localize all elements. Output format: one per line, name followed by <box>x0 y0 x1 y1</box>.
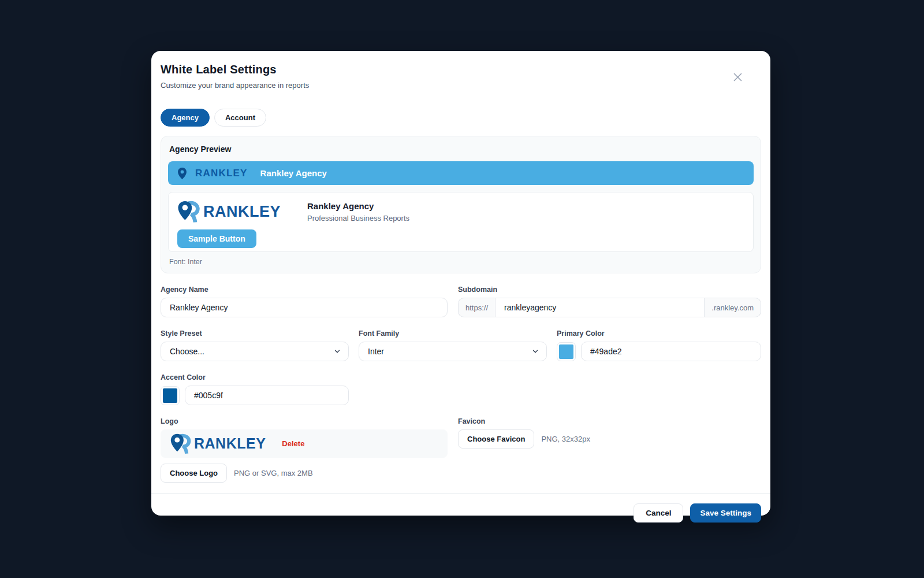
close-icon[interactable] <box>731 71 744 83</box>
favicon-field: Favicon Choose Favicon PNG, 32x32px <box>458 417 761 483</box>
preview-header-bar: RANKLEY Rankley Agency <box>168 161 754 185</box>
accent-color-field: Accent Color <box>161 373 349 405</box>
tab-agency[interactable]: Agency <box>161 109 210 127</box>
sample-button[interactable]: Sample Button <box>177 229 256 248</box>
cancel-button[interactable]: Cancel <box>634 503 683 523</box>
primary-color-input[interactable] <box>581 342 761 361</box>
rankley-pin-icon <box>170 433 192 454</box>
style-preset-field: Style Preset Choose... <box>161 329 349 361</box>
subdomain-input[interactable] <box>495 298 705 317</box>
logo-hint: PNG or SVG, max 2MB <box>234 469 313 477</box>
font-family-select[interactable]: Inter <box>359 342 547 361</box>
agency-name-field: Agency Name <box>161 286 448 317</box>
map-pin-icon <box>177 167 187 180</box>
accent-color-swatch[interactable] <box>161 386 180 405</box>
accent-color-input[interactable] <box>185 386 349 405</box>
preview-bar-agency-name: Rankley Agency <box>260 168 327 178</box>
rankley-wordmark: RANKLEY <box>194 435 266 452</box>
modal-content: Agency Preview RANKLEY Rankley Agency <box>151 127 770 483</box>
style-preset-select[interactable]: Choose... <box>161 342 349 361</box>
subdomain-prefix: https:// <box>458 298 495 317</box>
subdomain-suffix: .rankley.com <box>705 298 761 317</box>
style-preset-value: Choose... <box>170 347 204 356</box>
rankley-logo: RANKLEY <box>177 200 281 223</box>
preview-font-note: Font: Inter <box>168 258 754 266</box>
delete-logo-button[interactable]: Delete <box>282 439 304 448</box>
choose-logo-button[interactable]: Choose Logo <box>161 464 227 483</box>
rankley-wordmark: RANKLEY <box>203 203 281 221</box>
chevron-down-icon <box>531 347 539 355</box>
style-preset-label: Style Preset <box>161 329 349 338</box>
logo-field: Logo RANKLEY Delete Choose Logo <box>161 417 448 483</box>
favicon-label: Favicon <box>458 417 761 425</box>
preview-card-subtitle: Professional Business Reports <box>307 214 409 223</box>
modal-footer: Cancel Save Settings <box>151 493 770 532</box>
font-family-label: Font Family <box>359 329 547 338</box>
tab-account[interactable]: Account <box>214 109 266 127</box>
save-settings-button[interactable]: Save Settings <box>690 503 761 523</box>
rankley-logo: RANKLEY <box>170 433 266 454</box>
font-family-value: Inter <box>368 347 384 356</box>
primary-color-label: Primary Color <box>557 329 761 338</box>
logo-preview-box: RANKLEY Delete <box>161 429 448 458</box>
agency-name-input[interactable] <box>161 298 448 317</box>
favicon-hint: PNG, 32x32px <box>541 435 590 443</box>
subdomain-label: Subdomain <box>458 286 761 294</box>
primary-color-swatch[interactable] <box>557 342 576 361</box>
page-title: White Label Settings <box>161 63 761 76</box>
preview-card-title: Rankley Agency <box>307 201 409 211</box>
preview-card: RANKLEY Rankley Agency Professional Busi… <box>168 192 754 252</box>
accent-color-label: Accent Color <box>161 373 349 381</box>
tab-bar: Agency Account <box>151 99 770 127</box>
agency-preview-panel: Agency Preview RANKLEY Rankley Agency <box>161 136 761 273</box>
font-family-field: Font Family Inter <box>359 329 547 361</box>
chevron-down-icon <box>333 347 341 355</box>
primary-color-field: Primary Color <box>557 329 761 361</box>
modal-header: White Label Settings Customize your bran… <box>151 51 770 99</box>
rankley-pin-icon <box>177 200 201 223</box>
modal-subtitle: Customize your brand appearance in repor… <box>161 81 761 90</box>
agency-name-label: Agency Name <box>161 286 448 294</box>
subdomain-field: Subdomain https:// .rankley.com <box>458 286 761 317</box>
logo-label: Logo <box>161 417 448 425</box>
choose-favicon-button[interactable]: Choose Favicon <box>458 429 534 449</box>
preview-bar-wordmark: RANKLEY <box>195 168 248 179</box>
agency-preview-heading: Agency Preview <box>168 144 754 154</box>
white-label-settings-modal: White Label Settings Customize your bran… <box>151 51 770 516</box>
